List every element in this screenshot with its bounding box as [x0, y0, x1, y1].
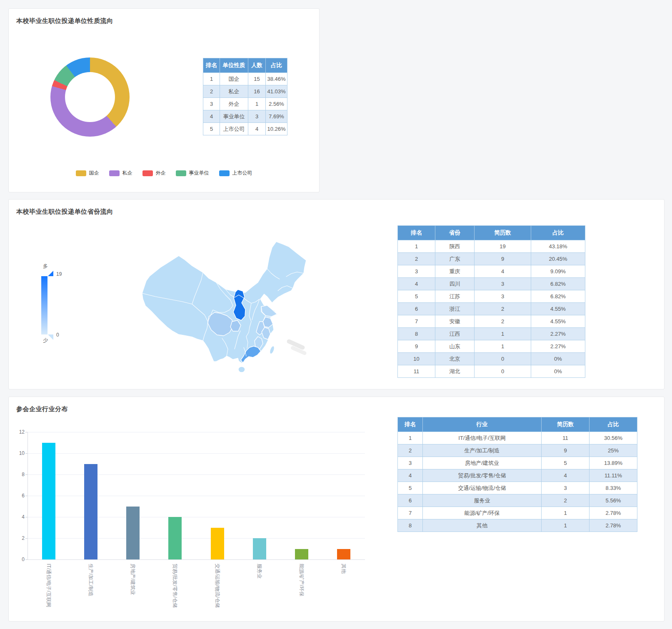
legend-item[interactable]: 国企: [76, 170, 99, 177]
table-cell: 1: [475, 328, 531, 340]
table-cell: 1: [248, 98, 266, 110]
table-cell: 6: [398, 494, 423, 507]
legend-label: 事业单位: [189, 170, 209, 177]
column-header: 人数: [248, 58, 266, 73]
island-hainan[interactable]: [238, 367, 245, 372]
table-row: 4四川36.82%: [398, 278, 585, 290]
table-row: 8江西12.27%: [398, 328, 585, 340]
table-cell: 2: [475, 315, 531, 328]
table-cell: 0: [475, 353, 531, 365]
panel-province-flow: 本校毕业生职位投递单位省份流向 多 19 0 少 排名省份简历: [8, 199, 665, 389]
panel-title: 本校毕业生职位投递单位性质流向: [16, 17, 113, 25]
table-row: 11湖北00%: [398, 365, 585, 378]
china-map[interactable]: [125, 227, 317, 386]
visualmap-handle-min[interactable]: [48, 334, 53, 340]
column-header: 简历数: [475, 226, 531, 240]
table-cell: 10.26%: [266, 123, 287, 135]
x-axis-label: 贸易/批发/零售/仓储: [171, 564, 178, 608]
bar[interactable]: [84, 464, 97, 560]
y-axis-label: 12: [9, 429, 25, 435]
table-cell: 1: [475, 340, 531, 353]
table-cell: 30.56%: [590, 432, 637, 444]
table-cell: 13.89%: [590, 457, 637, 469]
column-header: 省份: [435, 226, 475, 240]
table-row: 1IT/通信/电子/互联网1130.56%: [398, 432, 637, 444]
table-cell: 3: [475, 278, 531, 290]
table-cell: 私企: [220, 85, 248, 98]
table-row: 5交通/运输/物流/仓储38.33%: [398, 482, 637, 494]
legend-item[interactable]: 私企: [109, 170, 132, 177]
table-cell: 国企: [220, 73, 248, 85]
legend-item[interactable]: 上市公司: [219, 170, 252, 177]
table-row: 1国企1538.46%: [203, 73, 287, 85]
table-cell: 9: [475, 253, 531, 265]
table-cell: 安徽: [435, 315, 475, 328]
table-row: 3重庆49.09%: [398, 265, 585, 278]
table-cell: 陕西: [435, 240, 475, 253]
table-cell: 6.82%: [531, 290, 585, 303]
table-cell: 外企: [220, 98, 248, 110]
table-cell: 4: [248, 123, 266, 135]
table-cell: 事业单位: [220, 110, 248, 123]
table-cell: 交通/运输/物流/仓储: [423, 482, 542, 494]
table-header-row: 排名行业简历数占比: [398, 417, 637, 432]
table-cell: 3: [248, 110, 266, 123]
table-cell: 3: [542, 482, 590, 494]
bar[interactable]: [337, 549, 350, 560]
bar[interactable]: [126, 507, 140, 560]
table-cell: 四川: [435, 278, 475, 290]
table-cell: 0%: [531, 365, 585, 378]
visualmap-bar[interactable]: [41, 276, 47, 334]
y-axis-label: 0: [9, 557, 25, 562]
column-header: 排名: [203, 58, 220, 73]
table-cell: 2.27%: [531, 328, 585, 340]
visualmap-handle-max[interactable]: [48, 271, 53, 276]
table-cell: 16: [248, 85, 266, 98]
table-cell: 0%: [531, 353, 585, 365]
x-axis-label: 房地产/建筑业: [129, 564, 136, 595]
table-cell: 8.33%: [590, 482, 637, 494]
table-cell: 3: [398, 265, 435, 278]
bar[interactable]: [295, 549, 308, 560]
column-header: 占比: [266, 58, 287, 73]
table-row: 5上市公司410.26%: [203, 123, 287, 135]
gridline: [27, 432, 365, 432]
bar[interactable]: [168, 517, 182, 559]
unit-nature-table: 排名单位性质人数占比1国企1538.46%2私企1641.03%3外企12.56…: [203, 58, 287, 135]
china-landmass[interactable]: [142, 242, 306, 363]
table-cell: 山东: [435, 340, 475, 353]
legend-item[interactable]: 外企: [142, 170, 166, 177]
panel-unit-nature: 本校毕业生职位投递单位性质流向 排名单位性质人数占比1国企1538.46%2私企…: [8, 8, 320, 192]
table-cell: 3: [398, 457, 423, 469]
table-row: 4事业单位37.69%: [203, 110, 287, 123]
gridline: [27, 453, 365, 454]
y-axis-label: 10: [9, 450, 25, 456]
table-cell: 2: [203, 85, 220, 98]
table-header-row: 排名省份简历数占比: [398, 226, 585, 240]
industry-table: 排名行业简历数占比1IT/通信/电子/互联网1130.56%2生产/加工/制造9…: [397, 417, 637, 532]
y-axis-line: [27, 432, 28, 559]
table-cell: 1: [203, 73, 220, 85]
table-row: 10北京00%: [398, 353, 585, 365]
table-cell: 贸易/批发/零售/仓储: [423, 469, 542, 482]
table-cell: IT/通信/电子/互联网: [423, 432, 542, 444]
legend-item[interactable]: 事业单位: [176, 170, 209, 177]
bar[interactable]: [253, 538, 266, 559]
table-row: 8其他12.78%: [398, 519, 637, 532]
bar[interactable]: [211, 528, 224, 560]
island-taiwan[interactable]: [269, 345, 275, 354]
table-cell: 7.69%: [266, 110, 287, 123]
table-row: 6浙江24.55%: [398, 303, 585, 315]
table-cell: 2.78%: [590, 519, 637, 532]
bar[interactable]: [42, 443, 55, 560]
x-axis-label: IT/通信/电子/互联网: [45, 564, 52, 607]
table-cell: 浙江: [435, 303, 475, 315]
x-axis-label: 生产/加工/制造: [87, 564, 94, 597]
table-cell: 2: [475, 303, 531, 315]
chart-legend: 国企私企外企事业单位上市公司: [9, 170, 319, 177]
gridline: [27, 496, 365, 496]
table-cell: 9.09%: [531, 265, 585, 278]
table-cell: 11: [542, 432, 590, 444]
x-axis-label: 服务业: [256, 564, 263, 579]
legend-label: 上市公司: [232, 170, 252, 177]
